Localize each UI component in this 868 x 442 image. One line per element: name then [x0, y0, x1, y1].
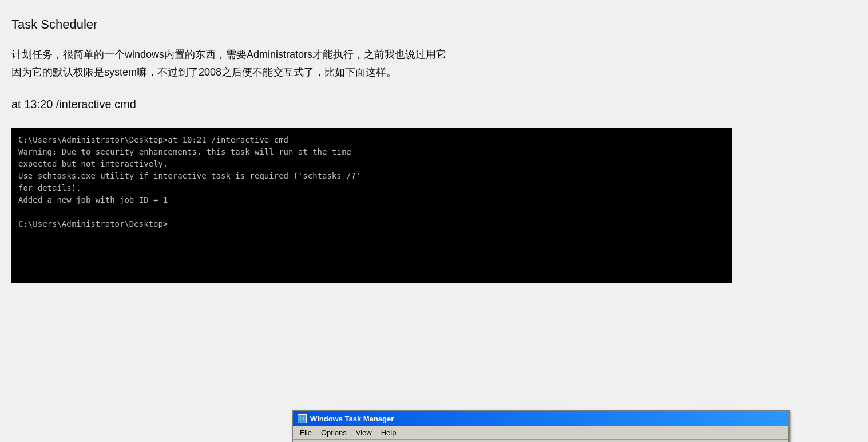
cmd-output: C:\Users\Administrator\Desktop>at 10:21 … [18, 134, 565, 230]
taskmanager-icon: □ [298, 414, 307, 423]
menu-help[interactable]: Help [376, 427, 401, 438]
description-text: 计划任务，很简单的一个windows内置的东西，需要Administrators… [11, 46, 857, 81]
taskmanager-tabs: Applications Processes Services Performa… [293, 440, 788, 442]
taskmanager-window: □ Windows Task Manager File Options View… [292, 410, 790, 442]
command-text: at 13:20 /interactive cmd [11, 98, 857, 111]
taskmanager-titlebar: □ Windows Task Manager [293, 411, 788, 426]
menu-options[interactable]: Options [316, 427, 351, 438]
menu-file[interactable]: File [295, 427, 316, 438]
menu-view[interactable]: View [351, 427, 376, 438]
taskmanager-title: Windows Task Manager [310, 415, 394, 423]
screenshot-area: C:\Users\Administrator\Desktop>at 10:21 … [11, 128, 744, 283]
black-panel [572, 128, 732, 283]
page-title: Task Scheduler [11, 17, 857, 32]
taskmanager-menubar: File Options View Help [293, 426, 788, 440]
cmd-window: C:\Users\Administrator\Desktop>at 10:21 … [11, 128, 572, 283]
